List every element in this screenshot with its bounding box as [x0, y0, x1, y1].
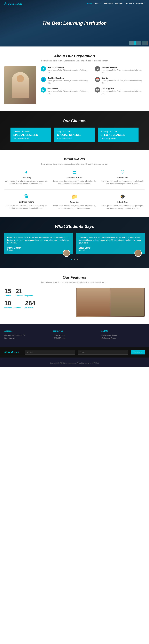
feature-text-1: Lorem Ipsum Dolor Sit Amet, Consectetur …: [47, 69, 90, 74]
dot-1[interactable]: [71, 259, 72, 260]
class-card-saturday: Saturday – 9:00 Am SPECIAL CLASSES Tutor…: [98, 128, 138, 142]
newsletter-subscribe-button[interactable]: Subscribe: [131, 350, 145, 354]
features-stats: 15 Awards 21 Featured Programs 10 Certif…: [4, 288, 73, 317]
nav-home[interactable]: HOME: [87, 2, 93, 5]
stat-row-2: 10 Certified Teachers 284 Students: [4, 300, 73, 309]
class-time-1: Sunday – 10:00 Am: [13, 130, 48, 133]
feature-content-2: Full Day Session Lorem Ipsum Dolor Sit A…: [102, 66, 145, 74]
stat-awards: 15 Awards: [4, 288, 11, 297]
coaching-title-1: Coaching: [4, 176, 48, 178]
feature-title-2: Full Day Session: [102, 66, 145, 68]
whatwedo-row1: ♦ Coaching Lorem ipsum dolor sit amet, c…: [4, 170, 145, 185]
class-type-1: SPECIAL CLASSES: [13, 134, 48, 136]
stat-num-programs: 21: [16, 288, 33, 294]
nav-about[interactable]: ABOUT: [95, 2, 101, 5]
feature-pre-classes: ▶ Pre Classes Lorem Ipsum Dolor Sit Amet…: [41, 87, 90, 95]
testimonial-name-2: Steve Smith: [79, 247, 142, 249]
newsletter-label: Newsletter: [4, 350, 22, 354]
feature-content-5: Pre Classes Lorem Ipsum Dolor Sit Amet, …: [47, 87, 90, 95]
testimonial-name-1: Shane Watson: [7, 247, 70, 249]
testimonials-section: What Students Says Lorem ipsum dolor sit…: [0, 217, 149, 268]
feature-title-4: Events: [102, 77, 145, 79]
stat-label-students: Students: [25, 307, 35, 309]
feature-text-4: Lorem Ipsum Dolor Sit Amet, Consectetur …: [102, 80, 145, 84]
testimonial-pagination: [4, 258, 145, 260]
classes-section: Our Classes Sunday – 10:00 Am SPECIAL CL…: [0, 111, 149, 150]
feature-content-4: Events Lorem Ipsum Dolor Sit Amet, Conse…: [102, 77, 145, 84]
testimonial-avatar-1: [63, 250, 70, 257]
testimonial-role-1: Student: [7, 249, 70, 251]
footer-address: Address Hathways 48 Charlotte VIC 584 / …: [4, 330, 48, 340]
whatwedo-item-infant-2: 🎓 Infant Care Lorem ipsum dolor sit amet…: [101, 194, 145, 210]
feature-text-2: Lorem Ipsum Dolor Sit Amet, Consectetur …: [102, 69, 145, 74]
whatwedo-row2: 🏛 Certified Tutors Lorem ipsum dolor sit…: [4, 194, 145, 210]
coaching-title-2: Coaching: [53, 201, 96, 203]
class-type-3: SPECIAL CLASSES: [101, 134, 136, 136]
tutors-icon-2: 🏛: [4, 194, 48, 199]
stat-programs: 21 Featured Programs: [16, 288, 33, 297]
navbar: Preparation HOME ABOUT SERVICES GALLERY …: [0, 0, 149, 7]
whatwedo-title: What we do: [4, 157, 145, 162]
coaching-text-2: Lorem ipsum dolor sit amet, consectetur …: [53, 204, 96, 210]
whatwedo-item-tutors-2: 🏛 Certified Tutors Lorem ipsum dolor sit…: [4, 194, 48, 210]
stat-num-students: 284: [25, 300, 35, 307]
coaching-icon-1: ♦: [4, 170, 48, 175]
nav-contact[interactable]: CONTACT: [136, 2, 145, 5]
footer-copyright: Copyright © 2018 Company name All rights…: [2, 360, 147, 364]
feature-content-6: 24/7 Supports Lorem Ipsum Dolor Sit Amet…: [102, 87, 145, 95]
whatwedo-sub: Lorem ipsum dolor sit amet, consectetur …: [4, 163, 145, 165]
testimonials-grid: Lorem ipsum dolor sit amet, consectetur …: [4, 233, 145, 254]
classes-title: Our Classes: [4, 118, 145, 123]
nav-services[interactable]: SERVICES: [104, 2, 113, 5]
about-image: [4, 66, 36, 104]
newsletter-email-input[interactable]: [78, 350, 128, 354]
hero-title: The Best Learning Institution: [42, 20, 107, 26]
feature-title-3: Qualified Teachers: [47, 77, 90, 79]
whatwedo-item-coaching-1: ♦ Coaching Lorem ipsum dolor sit amet, c…: [4, 170, 48, 185]
hero-thumb-3[interactable]: [142, 41, 147, 45]
infant-title-2: Infant Care: [101, 201, 145, 203]
feature-icon-6: ☎: [95, 87, 100, 92]
footer-phone-1: +(012) 345 0789: [53, 334, 96, 337]
feature-events: 📅 Events Lorem Ipsum Dolor Sit Amet, Con…: [95, 77, 145, 84]
stat-num-teachers: 10: [4, 300, 21, 307]
hero-thumb-1[interactable]: [129, 41, 135, 45]
dot-2[interactable]: [74, 259, 75, 260]
footer-address-title: Address: [4, 330, 48, 332]
footer: Address Hathways 48 Charlotte VIC 584 / …: [0, 324, 149, 347]
testimonial-2: Lorem ipsum dolor sit amet, consectetur …: [76, 233, 145, 254]
tutors-title-1: Certified Tutors: [53, 176, 96, 179]
stat-num-awards: 15: [4, 288, 11, 294]
class-tutor-3: Tutor: Jessy Raider: [101, 138, 136, 140]
feature-title-6: 24/7 Supports: [102, 87, 145, 90]
class-tutor-2: Tutor: Steve Smith: [57, 138, 92, 140]
nav-gallery[interactable]: GALLERY: [115, 2, 124, 5]
nav-links: HOME ABOUT SERVICES GALLERY PAGES ▾ CONT…: [87, 2, 145, 5]
class-type-2: SPECIAL CLASSES: [57, 134, 92, 136]
newsletter-section: Newsletter Subscribe: [0, 347, 149, 358]
newsletter-name-input[interactable]: [25, 350, 75, 354]
footer-mail-title: Mail Us: [101, 330, 145, 332]
footer-grid: Address Hathways 48 Charlotte VIC 584 / …: [4, 330, 145, 340]
stat-row-1: 15 Awards 21 Featured Programs: [4, 288, 73, 297]
footer-address-line1: Hathways 48 Charlotte VIC: [4, 334, 48, 337]
feature-icon-3: 👤: [41, 77, 46, 82]
tutors-title-2: Certified Tutors: [4, 201, 48, 203]
testimonial-1: Lorem ipsum dolor sit amet, consectetur …: [4, 233, 73, 254]
feature-icon-4: 📅: [95, 77, 100, 82]
feature-title-5: Pre Classes: [47, 87, 90, 90]
footer-phone-2: +(012) 678 3459: [53, 337, 96, 340]
features-sub: Lorem ipsum dolor sit amet, consectetur …: [4, 281, 145, 283]
about-features-grid: ✦ Special Education Lorem Ipsum Dolor Si…: [41, 66, 145, 95]
brand-logo[interactable]: Preparation: [4, 2, 87, 6]
nav-pages[interactable]: PAGES ▾: [126, 2, 133, 5]
features-image: [76, 288, 145, 317]
footer-copyright-wrapper: Copyright © 2018 Company name All rights…: [0, 358, 149, 367]
feature-title-1: Special Education: [47, 66, 90, 68]
hero-thumb-2[interactable]: [135, 41, 141, 45]
tutors-text-1: Lorem ipsum dolor sit amet, consectetur …: [53, 180, 96, 185]
infant-icon-1: ♡: [101, 170, 145, 175]
about-content: ✦ Special Education Lorem Ipsum Dolor Si…: [4, 66, 145, 104]
infant-text-2: Lorem ipsum dolor sit amet, consectetur …: [101, 204, 145, 210]
dot-3[interactable]: [77, 259, 78, 260]
